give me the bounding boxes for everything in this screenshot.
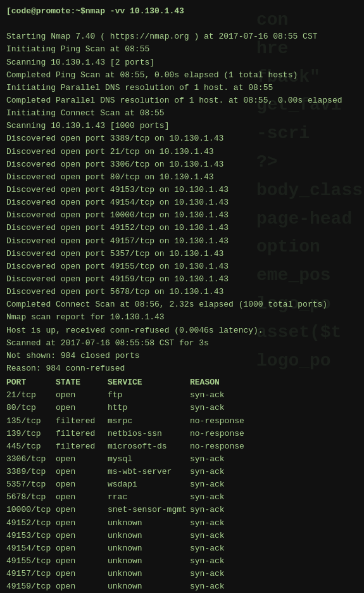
- table-row: 49152/tcpopenunknownsyn-ack: [6, 517, 358, 530]
- table-cell-12-0: 49154/tcp: [6, 542, 56, 555]
- output-line-18: Discovered open port 5357/tcp on 10.130.…: [6, 248, 358, 260]
- output-line-11: Discovered open port 3306/tcp on 10.130.…: [6, 158, 358, 171]
- table-row: 49154/tcpopenunknownsyn-ack: [6, 542, 358, 555]
- output-line-15: Discovered open port 10000/tcp on 10.130…: [6, 209, 358, 222]
- table-cell-5-0: 3306/tcp: [6, 453, 56, 466]
- table-cell-5-3: syn-ack: [190, 453, 225, 466]
- table-cell-4-2: microsoft-ds: [108, 440, 190, 453]
- table-cell-10-1: open: [56, 517, 108, 530]
- output-line-5: Initiating Parallel DNS resolution of 1 …: [6, 82, 358, 94]
- table-cell-0-1: open: [56, 389, 108, 402]
- output-line-17: Discovered open port 49157/tcp on 10.130…: [6, 235, 358, 248]
- table-cell-4-3: no-response: [190, 440, 244, 453]
- table-cell-8-0: 5678/tcp: [6, 491, 56, 504]
- table-cell-3-1: filtered: [56, 428, 108, 440]
- prompt-line: [code@promote:~$nmap -vv 10.130.1.43: [6, 5, 358, 18]
- table-cell-15-0: 49159/tcp: [6, 580, 56, 593]
- output-line-20: Discovered open port 49159/tcp on 10.130…: [6, 273, 358, 286]
- port-table: PORT STATE SERVICE REASON 21/tcpopenftps…: [6, 376, 358, 593]
- output-line-21: Discovered open port 5678/tcp on 10.130.…: [6, 286, 358, 298]
- table-row: 445/tcpfilteredmicrosoft-dsno-response: [6, 440, 358, 453]
- table-cell-8-3: syn-ack: [190, 491, 225, 504]
- table-row: 5678/tcpopenrracsyn-ack: [6, 491, 358, 504]
- table-cell-13-0: 49155/tcp: [6, 555, 56, 568]
- table-row: 21/tcpopenftpsyn-ack: [6, 389, 358, 402]
- table-cell-2-2: msrpc: [108, 415, 190, 428]
- col-header-port: PORT: [6, 376, 56, 389]
- table-cell-6-2: ms-wbt-server: [108, 466, 190, 478]
- table-cell-9-2: snet-sensor-mgmt: [108, 504, 190, 516]
- table-cell-3-3: no-response: [190, 428, 244, 440]
- table-row: 3389/tcpopenms-wbt-serversyn-ack: [6, 466, 358, 478]
- output-line-10: Discovered open port 21/tcp on 10.130.1.…: [6, 146, 358, 158]
- table-cell-6-1: open: [56, 466, 108, 478]
- output-line-7: Initiating Connect Scan at 08:55: [6, 107, 358, 120]
- table-cell-2-0: 135/tcp: [6, 415, 56, 428]
- table-cell-5-2: mysql: [108, 453, 190, 466]
- table-cell-13-3: syn-ack: [190, 555, 225, 568]
- output-line-24: Host is up, received conn-refused (0.004…: [6, 324, 358, 337]
- output-line-23: Nmap scan report for 10.130.1.43: [6, 311, 358, 324]
- table-cell-15-1: open: [56, 580, 108, 593]
- table-cell-3-2: netbios-ssn: [108, 428, 190, 440]
- table-cell-1-3: syn-ack: [190, 402, 225, 414]
- table-row: 49159/tcpopenunknownsyn-ack: [6, 580, 358, 593]
- table-cell-11-3: syn-ack: [190, 530, 225, 542]
- table-cell-3-0: 139/tcp: [6, 428, 56, 440]
- output-line-27: Reason: 984 conn-refused: [6, 362, 358, 375]
- output-line-3: Scanning 10.130.1.43 [2 ports]: [6, 56, 358, 69]
- table-row: 3306/tcpopenmysqlsyn-ack: [6, 453, 358, 466]
- table-cell-6-0: 3389/tcp: [6, 466, 56, 478]
- output-line-2: Initiating Ping Scan at 08:55: [6, 43, 358, 56]
- table-cell-2-3: no-response: [190, 415, 244, 428]
- table-row: 5357/tcpopenwsdapisyn-ack: [6, 478, 358, 491]
- output-line-16: Discovered open port 49152/tcp on 10.130…: [6, 222, 358, 234]
- table-cell-7-0: 5357/tcp: [6, 478, 56, 491]
- table-row: 80/tcpopenhttpsyn-ack: [6, 402, 358, 414]
- output-line-19: Discovered open port 49155/tcp on 10.130…: [6, 260, 358, 273]
- table-cell-11-1: open: [56, 530, 108, 542]
- table-cell-14-3: syn-ack: [190, 568, 225, 580]
- table-cell-7-3: syn-ack: [190, 478, 225, 491]
- output-line-6: Completed Parallel DNS resolution of 1 h…: [6, 94, 358, 107]
- output-line-9: Discovered open port 3389/tcp on 10.130.…: [6, 132, 358, 145]
- table-cell-12-2: unknown: [108, 542, 190, 555]
- table-row: 139/tcpfilterednetbios-ssnno-response: [6, 428, 358, 440]
- table-cell-10-3: syn-ack: [190, 517, 225, 530]
- output-line-8: Scanning 10.130.1.43 [1000 ports]: [6, 120, 358, 132]
- table-cell-1-0: 80/tcp: [6, 402, 56, 414]
- table-body: 21/tcpopenftpsyn-ack80/tcpopenhttpsyn-ac…: [6, 389, 358, 593]
- table-row: 49157/tcpopenunknownsyn-ack: [6, 568, 358, 580]
- output-line-12: Discovered open port 80/tcp on 10.130.1.…: [6, 171, 358, 184]
- table-cell-15-2: unknown: [108, 580, 190, 593]
- output-line-26: Not shown: 984 closed ports: [6, 350, 358, 362]
- blank-line-1: [6, 18, 358, 30]
- table-cell-11-0: 49153/tcp: [6, 530, 56, 542]
- table-cell-9-0: 10000/tcp: [6, 504, 56, 516]
- table-cell-10-2: unknown: [108, 517, 190, 530]
- table-cell-13-2: unknown: [108, 555, 190, 568]
- table-cell-7-2: wsdapi: [108, 478, 190, 491]
- table-cell-1-2: http: [108, 402, 190, 414]
- table-cell-15-3: syn-ack: [190, 580, 225, 593]
- table-cell-0-2: ftp: [108, 389, 190, 402]
- table-cell-11-2: unknown: [108, 530, 190, 542]
- table-header-row: PORT STATE SERVICE REASON: [6, 376, 358, 389]
- table-cell-6-3: syn-ack: [190, 466, 225, 478]
- table-cell-0-3: syn-ack: [190, 389, 225, 402]
- output-line-1: Starting Nmap 7.40 ( https://nmap.org ) …: [6, 30, 358, 43]
- output-line-4: Completed Ping Scan at 08:55, 0.00s elap…: [6, 69, 358, 82]
- table-row: 49155/tcpopenunknownsyn-ack: [6, 555, 358, 568]
- table-row: 135/tcpfilteredmsrpcno-response: [6, 415, 358, 428]
- table-cell-14-1: open: [56, 568, 108, 580]
- table-cell-8-1: open: [56, 491, 108, 504]
- table-row: 49153/tcpopenunknownsyn-ack: [6, 530, 358, 542]
- col-header-state: STATE: [56, 376, 108, 389]
- table-cell-12-1: open: [56, 542, 108, 555]
- table-cell-0-0: 21/tcp: [6, 389, 56, 402]
- table-cell-1-1: open: [56, 402, 108, 414]
- table-cell-8-2: rrac: [108, 491, 190, 504]
- output-line-22: Completed Connect Scan at 08:56, 2.32s e…: [6, 298, 358, 311]
- table-cell-4-0: 445/tcp: [6, 440, 56, 453]
- table-cell-5-1: open: [56, 453, 108, 466]
